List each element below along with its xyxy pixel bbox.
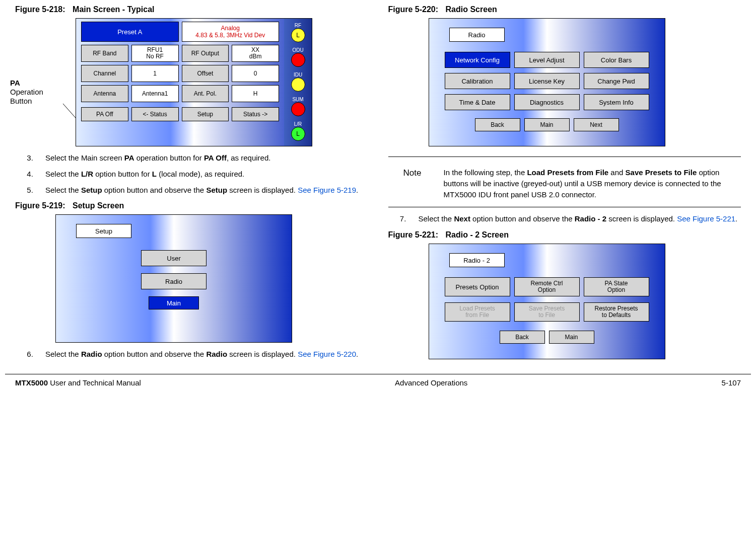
setup-titlebox: Setup xyxy=(76,224,131,238)
pa-state-option-button[interactable]: PA State Option xyxy=(584,277,649,296)
license-key-button[interactable]: License Key xyxy=(514,73,580,89)
see-figure-219-link[interactable]: See Figure 5-219 xyxy=(298,186,356,194)
radio2-titlebox: Radio - 2 xyxy=(449,253,505,267)
back-button[interactable]: Back xyxy=(475,118,520,131)
rf-output-label[interactable]: RF Output xyxy=(182,45,229,62)
odu-label: ODU xyxy=(292,47,303,53)
next-button[interactable]: Next xyxy=(574,118,619,131)
offset-label[interactable]: Offset xyxy=(182,65,229,82)
antpol-value: H xyxy=(232,85,279,102)
change-pwd-button[interactable]: Change Pwd xyxy=(584,73,649,89)
step-4: Select the L/R option button for L (loca… xyxy=(35,169,368,180)
figure-218-wrap: PA Operation Button Preset A Analog 4.83… xyxy=(76,18,368,146)
steps-6: Select the Radio option button and obser… xyxy=(15,349,368,360)
color-bars-button[interactable]: Color Bars xyxy=(584,52,649,68)
antpol-label[interactable]: Ant. Pol. xyxy=(182,85,229,102)
main-screen: Preset A Analog 4.83 & 5.8, 3MHz Vid Dev… xyxy=(76,18,312,146)
radio-screen: Radio Network Config Level Adjust Color … xyxy=(429,18,665,146)
note-label: Note xyxy=(403,167,434,200)
steps-3-5: Select the Main screen PA operation butt… xyxy=(15,152,368,195)
status-right-button[interactable]: Status -> xyxy=(232,107,279,121)
main-button-r2[interactable]: Main xyxy=(549,331,594,344)
figure-220-wrap: Radio Network Config Level Adjust Color … xyxy=(429,18,741,146)
remote-ctrl-option-button[interactable]: Remote Ctrl Option xyxy=(514,277,580,296)
step-6: Select the Radio option button and obser… xyxy=(35,349,368,360)
pa-callout: PA Operation Button xyxy=(10,79,65,106)
see-figure-220-link[interactable]: See Figure 5-220 xyxy=(298,350,356,358)
note-block: Note In the following step, the Load Pre… xyxy=(403,167,736,200)
odu-led xyxy=(291,53,305,67)
sum-led xyxy=(291,102,305,116)
figure-221-title: Figure 5-221: Radio - 2 Screen xyxy=(388,230,741,240)
channel-label[interactable]: Channel xyxy=(81,65,128,82)
lr-led[interactable]: L xyxy=(291,127,305,141)
system-info-button[interactable]: System Info xyxy=(584,94,649,110)
diagnostics-button[interactable]: Diagnostics xyxy=(514,94,580,110)
preset-button[interactable]: Preset A xyxy=(81,22,179,42)
antenna-label[interactable]: Antenna xyxy=(81,85,128,102)
steps-7: Select the Next option button and observ… xyxy=(388,213,741,224)
step-5: Select the Setup option button and obser… xyxy=(35,185,368,196)
analog-label: Analog 4.83 & 5.8, 3MHz Vid Dev xyxy=(182,22,280,42)
pa-off-button[interactable]: PA Off xyxy=(81,107,128,121)
step-3: Select the Main screen PA operation butt… xyxy=(35,152,368,164)
user-button[interactable]: User xyxy=(141,250,207,266)
footer-left: MTX5000 User and Technical Manual xyxy=(15,378,141,387)
radio-button[interactable]: Radio xyxy=(141,273,207,289)
network-config-button[interactable]: Network Config xyxy=(445,52,510,68)
setup-button[interactable]: Setup xyxy=(182,107,229,121)
rf-label: RF xyxy=(295,23,301,28)
back-button-r2[interactable]: Back xyxy=(500,331,545,344)
figure-219-wrap: Setup User Radio Main xyxy=(55,214,368,343)
step-7: Select the Next option button and observ… xyxy=(408,213,741,224)
calibration-button[interactable]: Calibration xyxy=(445,73,510,89)
rf-band-label[interactable]: RF Band xyxy=(81,45,128,62)
setup-screen: Setup User Radio Main xyxy=(55,214,292,343)
radio2-screen: Radio - 2 Presets Option Remote Ctrl Opt… xyxy=(429,244,665,359)
figure-221-wrap: Radio - 2 Presets Option Remote Ctrl Opt… xyxy=(429,244,741,359)
save-presets-button: Save Presets to File xyxy=(514,302,580,322)
offset-value: 0 xyxy=(232,65,279,82)
figure-220-title: Figure 5-220: Radio Screen xyxy=(388,5,741,14)
main-button[interactable]: Main xyxy=(149,296,199,309)
footer-right: 5-107 xyxy=(722,378,741,387)
main-button-radio[interactable]: Main xyxy=(524,118,570,131)
page-footer: MTX5000 User and Technical Manual Advanc… xyxy=(15,378,741,387)
idu-led xyxy=(291,77,305,92)
restore-presets-button[interactable]: Restore Presets to Defaults xyxy=(584,302,649,322)
channel-value: 1 xyxy=(131,65,179,82)
note-text: In the following step, the Load Presets … xyxy=(444,167,736,200)
time-date-button[interactable]: Time & Date xyxy=(445,94,510,110)
lr-label: L/R xyxy=(294,121,302,127)
idu-label: IDU xyxy=(294,72,302,77)
presets-option-button[interactable]: Presets Option xyxy=(445,277,510,296)
figure-218-title: Figure 5-218: Main Screen - Typical xyxy=(15,5,368,14)
level-adjust-button[interactable]: Level Adjust xyxy=(514,52,580,68)
rf-output-value: XX dBm xyxy=(232,45,279,62)
sum-label: SUM xyxy=(292,97,303,102)
footer-center: Advanced Operations xyxy=(395,378,467,387)
rf-led: L xyxy=(291,28,305,42)
load-presets-button: Load Presets from File xyxy=(445,302,510,322)
status-sidebar: RF L ODU IDU SUM xyxy=(284,19,312,146)
see-figure-221-link[interactable]: See Figure 5-221 xyxy=(677,214,735,223)
antenna-value: Antenna1 xyxy=(131,85,179,102)
radio-titlebox: Radio xyxy=(449,28,505,42)
status-left-button[interactable]: <- Status xyxy=(131,107,179,121)
figure-219-title: Figure 5-219: Setup Screen xyxy=(15,201,368,210)
rf-band-value: RFU1 No RF xyxy=(131,45,179,62)
